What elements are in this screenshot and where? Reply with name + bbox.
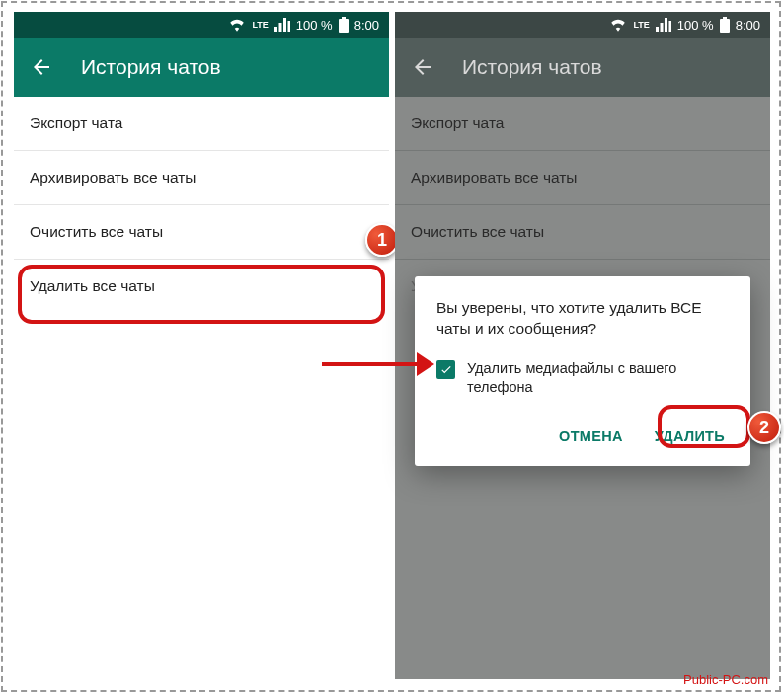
lte-indicator: LTE — [633, 20, 649, 30]
step-marker-1: 1 — [365, 223, 399, 257]
battery-icon — [720, 17, 730, 33]
tutorial-arrow — [322, 352, 434, 376]
menu-export-chat: Экспорт чата — [395, 97, 770, 151]
watermark: Public-PC.com — [683, 672, 768, 687]
lte-indicator: LTE — [252, 20, 268, 30]
dialog-message: Вы уверены, что хотите удалить ВСЕ чаты … — [436, 298, 729, 340]
checkbox-label: Удалить медиафайлы с вашего телефона — [467, 359, 729, 397]
menu-archive-all[interactable]: Архивировать все чаты — [14, 151, 389, 205]
page-title: История чатов — [81, 55, 221, 79]
menu-clear-all: Очистить все чаты — [395, 205, 770, 260]
check-icon — [439, 362, 453, 376]
cancel-button[interactable]: ОТМЕНА — [555, 421, 627, 452]
menu-delete-all[interactable]: Удалить все чаты — [14, 260, 389, 313]
battery-icon — [339, 17, 349, 33]
step-marker-2: 2 — [747, 411, 781, 444]
menu-export-chat[interactable]: Экспорт чата — [14, 97, 389, 151]
app-bar: История чатов — [14, 38, 389, 97]
dialog-checkbox-row[interactable]: Удалить медиафайлы с вашего телефона — [436, 359, 729, 397]
wifi-icon — [609, 18, 627, 32]
dialog-actions: ОТМЕНА УДАЛИТЬ — [436, 415, 729, 458]
phone-screenshot-left: LTE 100 % 8:00 История чатов Экспорт чат… — [14, 12, 389, 679]
menu-clear-all[interactable]: Очистить все чаты — [14, 205, 389, 260]
status-bar: LTE 100 % 8:00 — [14, 12, 389, 38]
clock: 8:00 — [354, 18, 379, 33]
delete-media-checkbox[interactable] — [436, 360, 455, 379]
back-arrow-icon[interactable] — [30, 55, 53, 79]
phone-screenshot-right: LTE 100 % 8:00 История чатов Экспорт чат… — [395, 12, 770, 679]
signal-icon — [274, 18, 290, 32]
battery-percent: 100 % — [677, 18, 714, 33]
app-bar: История чатов — [395, 38, 770, 97]
menu-archive-all: Архивировать все чаты — [395, 151, 770, 205]
clock: 8:00 — [736, 18, 760, 33]
signal-icon — [656, 18, 671, 32]
status-bar: LTE 100 % 8:00 — [395, 12, 770, 38]
delete-button[interactable]: УДАЛИТЬ — [651, 421, 729, 452]
page-title: История чатов — [462, 55, 602, 79]
wifi-icon — [228, 18, 246, 32]
back-arrow-icon[interactable] — [411, 55, 434, 79]
battery-percent: 100 % — [296, 18, 333, 33]
confirm-dialog: Вы уверены, что хотите удалить ВСЕ чаты … — [415, 276, 750, 466]
